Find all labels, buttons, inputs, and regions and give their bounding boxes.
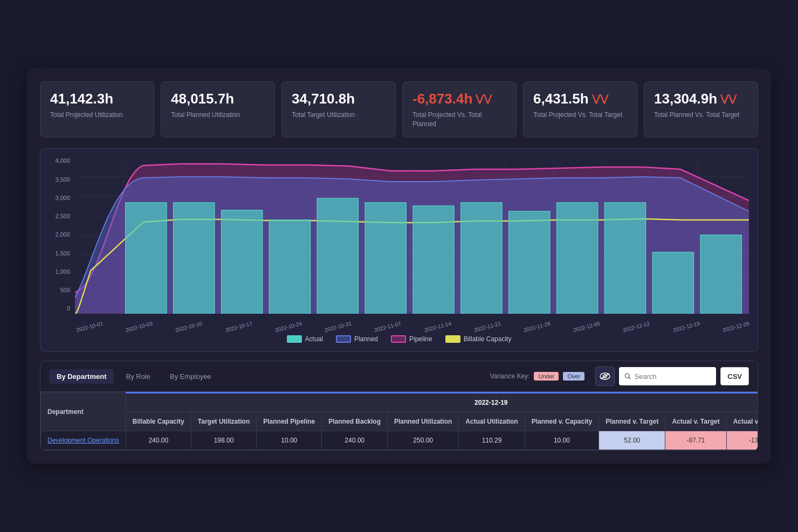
date-header: 2022-12-19 [126, 393, 758, 412]
x-label-3: 2022-10-17 [225, 321, 253, 334]
kpi-card-2: 34,710.8h Total Target Utilization [281, 81, 396, 138]
actual-bar-10 [557, 203, 598, 314]
y-label-2: 1,000 [49, 268, 73, 275]
kpi-card-4: 6,431.5h ⋁⋁ Total Projected Vs. Total Ta… [523, 81, 637, 138]
actual-bar-12 [652, 252, 693, 314]
legend-billable-label: Billable Capacity [464, 335, 512, 343]
col-header-planned-pipeline: Planned Pipeline [257, 412, 322, 431]
actual-bar-7 [413, 206, 454, 314]
toggle-visibility-button[interactable] [595, 367, 615, 386]
col-header-department: Department [41, 393, 126, 431]
chart-container: 0 500 1,000 1,500 2,000 2,500 3,000 3,50… [40, 148, 758, 352]
kpi-label-2: Total Target Utilization [292, 110, 386, 120]
actual-bar-4 [269, 220, 310, 314]
col-header-target-util: Target Utilization [191, 412, 256, 431]
col-header-planned-backlog: Planned Backlog [322, 412, 388, 431]
search-box [619, 367, 716, 385]
kpi-card-1: 48,015.7h Total Planned Utilization [161, 81, 275, 138]
kpi-label-4: Total Projected Vs. Total Target [533, 110, 627, 120]
y-label-8: 4,000 [49, 157, 73, 164]
x-axis-labels: 2022-10-01 2022-10-03 2022-10-10 2022-10… [75, 315, 749, 330]
cell-planned-v-capacity: 10.00 [525, 431, 598, 450]
y-label-5: 2,500 [49, 213, 73, 219]
cell-actual-v-planned: -139.71 [726, 431, 758, 450]
legend-planned: Planned [336, 335, 378, 343]
kpi-label-3: Total Projected Vs. Total Planned [412, 110, 506, 129]
legend-billable: Billable Capacity [445, 335, 512, 343]
col-header-actual-v-target: Actual v. Target [665, 412, 726, 431]
col-header-planned-util: Planned Utilization [387, 412, 458, 431]
eye-icon [600, 372, 610, 380]
csv-export-button[interactable]: CSV [720, 367, 749, 385]
dashboard-container: 41,142.3h Total Projected Utilization 48… [27, 68, 771, 464]
cell-actual-v-target: -87.71 [665, 431, 726, 450]
chart-legend: Actual Planned Pipeline Billable Capacit… [49, 335, 749, 343]
table-section: By Department By Role By Employee Varian… [40, 361, 758, 451]
search-icon [624, 372, 631, 380]
actual-bar-6 [365, 203, 406, 314]
kpi-row: 41,142.3h Total Projected Utilization 48… [40, 81, 758, 138]
actual-bar-13 [700, 235, 741, 314]
table-toolbar: By Department By Role By Employee Varian… [40, 361, 758, 392]
actual-bar-1 [126, 203, 167, 314]
svg-point-25 [625, 374, 630, 378]
x-label-13: 2022-12-26 [722, 321, 750, 334]
chart-area: 0 500 1,000 1,500 2,000 2,500 3,000 3,50… [49, 157, 749, 330]
kpi-value-4: 6,431.5h ⋁⋁ [533, 91, 627, 107]
svg-line-26 [629, 378, 631, 379]
cell-planned-utilization: 250.00 [387, 431, 458, 450]
x-label-7: 2022-11-14 [423, 321, 451, 334]
y-axis: 0 500 1,000 1,500 2,000 2,500 3,000 3,50… [49, 157, 73, 314]
actual-bar-3 [221, 210, 262, 314]
x-label-12: 2022-12-19 [672, 321, 700, 334]
cell-department: Development Operations [41, 431, 126, 450]
kpi-label-5: Total Planned Vs. Total Target [654, 110, 748, 120]
legend-actual: Actual [287, 335, 323, 343]
actual-bar-8 [461, 203, 502, 314]
kpi-label-0: Total Projected Utilization [50, 110, 144, 120]
x-label-11: 2022-12-12 [622, 321, 650, 334]
legend-planned-label: Planned [354, 335, 378, 343]
cell-planned-pipeline: 10.00 [257, 431, 322, 450]
legend-pipeline: Pipeline [391, 335, 432, 343]
cell-billable-capacity: 240.00 [126, 431, 191, 450]
tab-by-department[interactable]: By Department [49, 369, 114, 384]
variance-key-label: Variance Key: [490, 372, 530, 380]
tab-by-role[interactable]: By Role [118, 369, 158, 384]
legend-billable-box [445, 335, 460, 343]
x-label-9: 2022-11-28 [523, 321, 551, 334]
col-header-planned-v-target: Planned v. Target [599, 412, 665, 431]
kpi-card-0: 41,142.3h Total Projected Utilization [40, 81, 154, 138]
actual-bar-2 [174, 203, 215, 314]
down-arrow-icon-3: ⋁⋁ [476, 93, 492, 105]
tab-by-employee[interactable]: By Employee [162, 369, 219, 384]
legend-actual-label: Actual [305, 335, 323, 343]
legend-planned-box [336, 335, 351, 343]
table-row: Development Operations 240.00 198.00 10.… [41, 431, 758, 450]
y-label-7: 3,500 [49, 176, 73, 183]
down-arrow-icon-4: ⋁⋁ [592, 93, 608, 105]
x-label-4: 2022-10-24 [274, 321, 302, 334]
cell-planned-v-target: 52.00 [599, 431, 665, 450]
legend-pipeline-box [391, 335, 406, 343]
x-label-2: 2022-10-10 [175, 321, 203, 334]
col-header-planned-v-cap: Planned v. Capacity [525, 412, 598, 431]
y-label-6: 3,000 [49, 195, 73, 201]
kpi-value-5: 13,304.9h ⋁⋁ [654, 91, 748, 107]
department-link[interactable]: Development Operations [47, 437, 119, 444]
legend-actual-box [287, 335, 302, 343]
x-label-0: 2022-10-01 [75, 321, 104, 334]
col-header-billable-cap: Billable Capacity [126, 412, 191, 431]
data-table-wrapper: Department 2022-12-19 Billable Capacity … [40, 392, 758, 450]
chart-inner [75, 157, 749, 314]
x-label-1: 2022-10-03 [125, 321, 153, 334]
actual-bar-9 [509, 211, 550, 314]
col-header-actual-v-planned: Actual v. Planned [726, 412, 758, 431]
x-label-5: 2022-10-31 [324, 321, 352, 334]
variance-key: Variance Key: Under Over [490, 372, 585, 381]
chart-svg [75, 157, 749, 314]
search-input[interactable] [635, 372, 711, 381]
actual-bar-5 [317, 198, 358, 314]
actual-bar-11 [604, 203, 645, 314]
kpi-card-5: 13,304.9h ⋁⋁ Total Planned Vs. Total Tar… [644, 81, 758, 138]
